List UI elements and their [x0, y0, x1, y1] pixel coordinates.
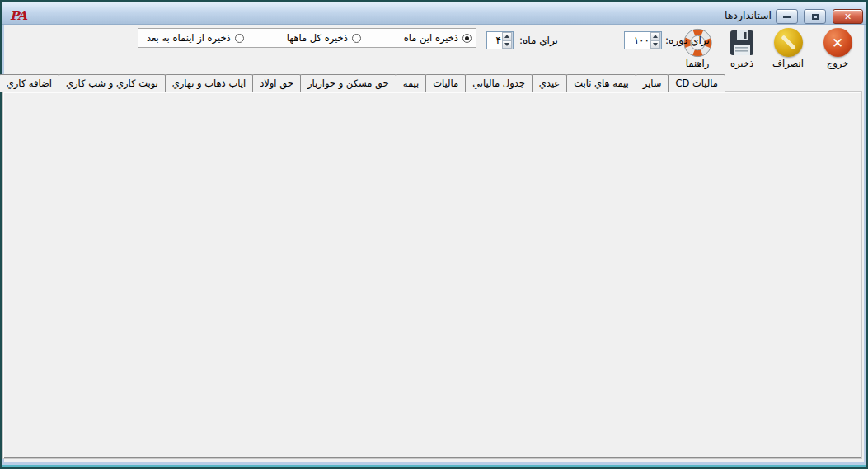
exit-button-label: خروج [827, 58, 848, 69]
radio-icon [235, 34, 244, 43]
tab-overtime[interactable]: اضافه كاري [0, 74, 59, 92]
exit-icon: ✕ [823, 28, 852, 57]
title-bar[interactable]: PA استانداردها ✕ [2, 2, 866, 25]
tab-child-allowance[interactable]: حق اولاد [252, 74, 301, 92]
save-button-label: ذخيره [730, 58, 753, 69]
minimize-button[interactable] [776, 9, 798, 24]
month-spinner[interactable]: ۴ [486, 31, 514, 49]
tab-page-karkard [2, 91, 862, 459]
spin-down-icon[interactable] [650, 40, 660, 49]
tab-tax-table[interactable]: جدول مالياتي [465, 74, 533, 92]
cancel-button-label: انصراف [772, 58, 804, 69]
cancel-button[interactable]: انصراف [765, 27, 811, 71]
radio-save-this-month[interactable]: ذخيره اين ماه [404, 32, 472, 44]
tab-maliat-cd[interactable]: ماليات CD [668, 74, 725, 92]
tab-eydi[interactable]: عيدي [532, 74, 567, 92]
period-label: براي دوره: [665, 35, 710, 46]
radio-label: ذخيره از اينماه به بعد [147, 32, 231, 44]
help-button[interactable]: راهنما [674, 27, 720, 71]
exit-button[interactable]: ✕ خروج [814, 27, 861, 71]
close-icon: ✕ [844, 12, 852, 22]
spin-down-icon[interactable] [502, 40, 512, 49]
radio-icon [462, 34, 472, 43]
window-title: استانداردها [699, 9, 772, 21]
save-button[interactable]: ذخيره [719, 27, 765, 71]
maximize-icon [812, 14, 819, 20]
period-value: ۱۰۰ [625, 32, 650, 49]
tab-sayer[interactable]: ساير [636, 74, 669, 92]
month-value: ۴ [487, 32, 502, 49]
help-button-label: راهنما [686, 58, 709, 69]
minimize-icon [783, 16, 791, 18]
spin-up-icon[interactable] [650, 32, 660, 40]
app-logo: PA [10, 8, 26, 23]
save-mode-group: ذخيره اين ماه ذخيره كل ماهها ذخيره از اي… [138, 28, 476, 48]
tab-housing-food[interactable]: حق مسكن و خواربار [300, 74, 396, 92]
save-icon [727, 27, 758, 58]
tab-insurance[interactable]: بيمه [396, 74, 427, 92]
maximize-button[interactable] [804, 9, 826, 24]
tab-commute-lunch[interactable]: اياب ذهاب و نهاري [165, 74, 253, 92]
spin-up-icon[interactable] [502, 32, 512, 40]
month-label: براي ماه: [519, 35, 558, 46]
period-spinner[interactable]: ۱۰۰ [624, 31, 662, 49]
close-button[interactable]: ✕ [833, 9, 863, 24]
cancel-icon [774, 28, 803, 57]
radio-label: ذخيره كل ماهها [287, 32, 348, 44]
tab-tax[interactable]: ماليات [425, 74, 466, 92]
tab-strip: ماليات CD ساير بيمه هاي ثابت عيدي جدول م… [0, 73, 725, 92]
window-frame-accent [2, 465, 866, 467]
standards-window: PA استانداردها ✕ ✕ خروج انصراف ذخيره [0, 0, 868, 469]
radio-save-all-months[interactable]: ذخيره كل ماهها [287, 32, 361, 44]
radio-save-from-this-month[interactable]: ذخيره از اينماه به بعد [147, 32, 244, 44]
radio-icon [352, 34, 361, 43]
tab-shift-night-work[interactable]: نوبت كاري و شب كاري [59, 74, 166, 92]
radio-label: ذخيره اين ماه [404, 32, 458, 44]
tab-fixed-insurances[interactable]: بيمه هاي ثابت [566, 74, 636, 92]
